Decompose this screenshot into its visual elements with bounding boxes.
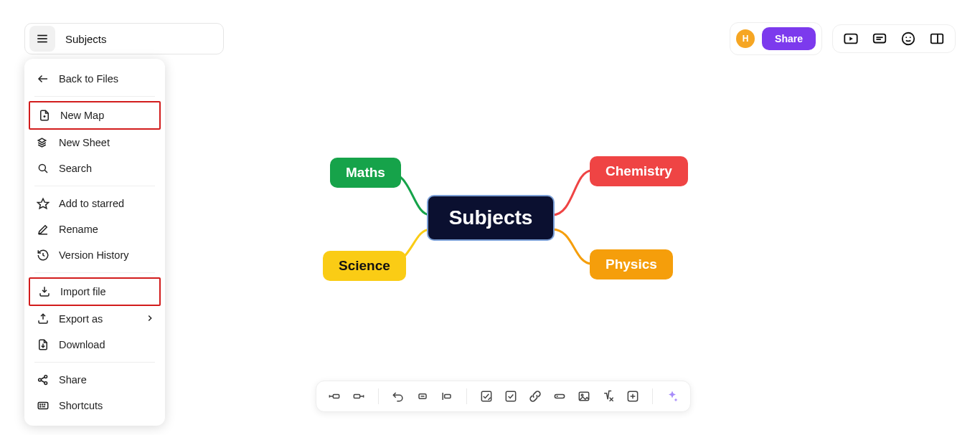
menu-label: Search: [59, 163, 92, 174]
svg-rect-44: [555, 395, 564, 398]
present-button[interactable]: [843, 31, 859, 47]
child-left-icon: [327, 389, 341, 403]
undo-icon: [391, 389, 405, 403]
svg-point-29: [40, 406, 41, 407]
tool-link[interactable]: [527, 388, 543, 404]
node-science[interactable]: Science: [323, 251, 406, 281]
link-icon: [528, 389, 542, 403]
menu-label: Version History: [59, 249, 129, 261]
child-right-icon: [352, 389, 366, 403]
menu-shortcuts[interactable]: Shortcuts: [29, 393, 161, 419]
svg-line-23: [41, 377, 44, 379]
title-group: Subjects: [24, 23, 224, 54]
download-icon: [36, 338, 50, 352]
tool-attachment[interactable]: [552, 388, 567, 404]
attach-icon: [552, 389, 567, 403]
node-chemistry[interactable]: Chemistry: [590, 156, 688, 186]
svg-rect-34: [354, 395, 359, 398]
tool-ai-assist[interactable]: [664, 388, 680, 404]
svg-point-7: [903, 33, 915, 45]
menu-add-starred[interactable]: Add to starred: [29, 191, 161, 216]
menu-label: Export as: [59, 313, 103, 325]
menu-new-sheet[interactable]: New Sheet: [29, 130, 161, 156]
menu-label: Share: [59, 374, 87, 386]
image-icon: [577, 389, 591, 403]
tool-add-child-left[interactable]: [326, 388, 342, 404]
tool-checklist[interactable]: [479, 388, 494, 404]
menu-search[interactable]: Search: [29, 156, 161, 181]
menu-label: Back to Files: [59, 73, 118, 85]
bottom-toolbar: [316, 381, 691, 412]
svg-rect-31: [333, 395, 339, 398]
new-sheet-icon: [36, 135, 50, 150]
menu-label: Import file: [60, 286, 106, 297]
share-button[interactable]: Share: [762, 27, 816, 50]
menu-label: Add to starred: [59, 198, 124, 209]
new-map-icon: [37, 108, 52, 123]
comments-button[interactable]: [872, 31, 887, 47]
sparkle-icon: [665, 389, 679, 403]
menu-label: New Map: [60, 110, 104, 121]
emoji-button[interactable]: [900, 31, 916, 47]
svg-point-27: [42, 404, 43, 405]
chevron-right-icon: [145, 313, 155, 325]
top-bar: Subjects H Share: [24, 23, 956, 54]
tool-align[interactable]: [439, 388, 455, 404]
menu-import-file[interactable]: Import file: [29, 277, 161, 306]
menu-divider: [34, 362, 155, 363]
tool-formula[interactable]: [600, 388, 616, 404]
play-rect-icon: [843, 31, 859, 47]
document-title[interactable]: Subjects: [65, 33, 107, 45]
svg-point-8: [905, 37, 907, 38]
formula-icon: [601, 389, 616, 403]
view-icons-group: [832, 24, 956, 53]
svg-point-45: [557, 396, 558, 397]
main-menu-dropdown: Back to Files New Map New Sheet Search A…: [24, 59, 165, 426]
menu-divider: [34, 186, 155, 186]
tool-add-box[interactable]: [625, 388, 641, 404]
main-menu-button[interactable]: [29, 26, 55, 52]
tool-collapse[interactable]: [415, 388, 430, 404]
svg-rect-25: [38, 403, 48, 409]
svg-rect-43: [506, 391, 515, 401]
tool-add-child-right[interactable]: [351, 388, 367, 404]
menu-divider: [34, 272, 155, 273]
pencil-icon: [36, 222, 50, 236]
user-avatar[interactable]: H: [736, 29, 755, 48]
svg-point-28: [44, 404, 45, 405]
star-icon: [36, 196, 50, 211]
smiley-icon: [900, 31, 916, 47]
node-center[interactable]: Subjects: [427, 195, 555, 241]
svg-point-26: [40, 404, 41, 405]
node-maths[interactable]: Maths: [330, 158, 401, 188]
menu-version-history[interactable]: Version History: [29, 242, 161, 268]
menu-rename[interactable]: Rename: [29, 216, 161, 242]
menu-label: Rename: [59, 224, 98, 235]
menu-export-as[interactable]: Export as: [29, 306, 161, 332]
comment-icon: [872, 31, 887, 47]
tool-image[interactable]: [576, 388, 592, 404]
svg-marker-17: [38, 199, 49, 209]
svg-line-24: [41, 381, 44, 383]
svg-rect-4: [874, 34, 886, 43]
menu-label: New Sheet: [59, 137, 110, 148]
top-bar-right: H Share: [730, 22, 956, 55]
tool-checkbox[interactable]: [503, 388, 519, 404]
svg-point-15: [39, 164, 45, 171]
import-icon: [37, 285, 52, 299]
menu-new-map[interactable]: New Map: [29, 101, 161, 130]
export-icon: [36, 312, 50, 326]
toolbar-separator: [378, 388, 379, 404]
plus-box-icon: [626, 389, 640, 403]
svg-line-42: [489, 398, 491, 400]
checkbox-icon: [504, 389, 518, 403]
panel-toggle-button[interactable]: [929, 31, 945, 47]
checklist-icon: [479, 389, 494, 403]
menu-share[interactable]: Share: [29, 367, 161, 393]
menu-back-to-files[interactable]: Back to Files: [29, 66, 161, 92]
toolbar-separator: [652, 388, 653, 404]
hamburger-icon: [36, 32, 49, 45]
tool-undo[interactable]: [390, 388, 406, 404]
node-physics[interactable]: Physics: [590, 249, 673, 279]
menu-download[interactable]: Download: [29, 332, 161, 358]
